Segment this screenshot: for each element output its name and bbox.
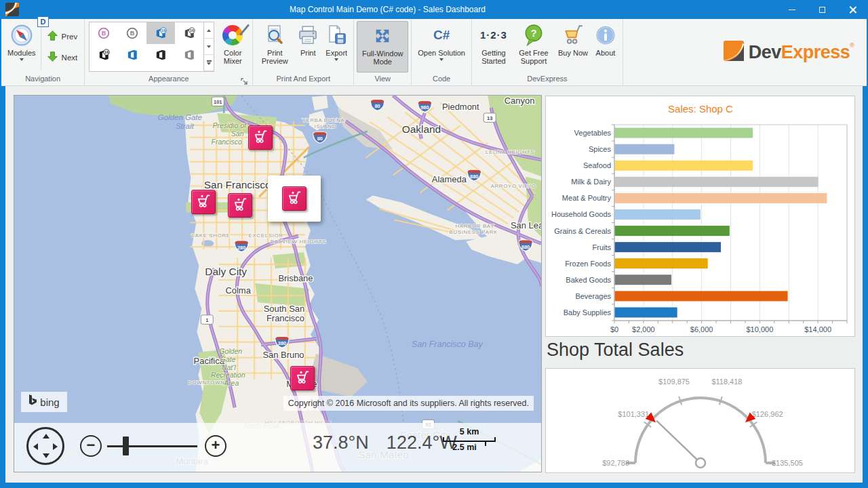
map-label: Nat'l — [222, 364, 236, 371]
map-label: BAYVIEW HEIGHTS — [271, 239, 326, 245]
cart-icon — [287, 190, 302, 208]
modules-button[interactable]: Modules — [4, 21, 39, 73]
map-land — [312, 96, 328, 110]
zoom-slider-track[interactable] — [107, 445, 197, 447]
gauge-tick-label: $101,331 — [618, 410, 649, 418]
svg-text:880: 880 — [470, 174, 478, 180]
map-panel[interactable]: Golden GateStraitPresidio ofSanFrancisco… — [14, 95, 542, 472]
ribbon-group-devexpress: 1·2·3 Getting Started ? Get Free Support — [472, 19, 623, 86]
cart-icon — [295, 369, 311, 388]
theme-item-1[interactable]: B — [118, 22, 146, 44]
ribbon-group-view: Full-Window Mode View — [354, 19, 412, 86]
one-two-three-icon: 1·2·3 — [480, 23, 507, 47]
group-label-view: View — [357, 73, 408, 86]
theme-item-6[interactable] — [146, 44, 175, 66]
minimize-button[interactable] — [776, 0, 807, 19]
export-icon — [326, 23, 347, 47]
open-solution-label: Open Solution — [418, 49, 465, 57]
color-wheel-icon — [222, 23, 243, 47]
shop-marker-2[interactable] — [191, 190, 216, 214]
svg-text:80: 80 — [317, 136, 323, 142]
map-label: San Francisco Bay — [412, 340, 483, 349]
pan-right-icon[interactable] — [53, 443, 58, 450]
prev-button[interactable]: Prev — [43, 28, 82, 44]
modules-label: Modules — [7, 49, 36, 57]
theme-item-2[interactable]: 16 — [146, 22, 175, 44]
next-button[interactable]: Next — [43, 49, 82, 65]
map-canvas[interactable]: Golden GateStraitPresidio ofSanFrancisco… — [14, 96, 541, 472]
theme-item-3[interactable]: 16 — [175, 22, 203, 44]
export-button[interactable]: Export — [322, 21, 351, 73]
map-label: Presidio of — [212, 122, 247, 129]
zoom-slider-thumb[interactable] — [123, 436, 129, 455]
open-solution-button[interactable]: C# Open Solution — [414, 21, 469, 73]
pan-up-icon[interactable] — [43, 434, 50, 439]
pan-left-icon[interactable] — [33, 443, 38, 450]
zoom-out-button[interactable]: − — [80, 435, 102, 457]
content-area: Golden GateStraitPresidio ofSanFrancisco… — [5, 86, 863, 483]
svg-text:13: 13 — [487, 115, 492, 121]
gauge-tick-label: $109,875 — [658, 378, 690, 386]
category-label: Household Goods — [551, 210, 612, 218]
shop-marker-3[interactable] — [228, 193, 252, 218]
buy-now-button[interactable]: Buy Now — [555, 21, 591, 73]
svg-text:?: ? — [530, 28, 536, 39]
theme-item-0[interactable]: B — [90, 22, 118, 44]
bar-Vegetables — [615, 128, 753, 138]
svg-text:16: 16 — [104, 50, 108, 54]
shop-marker-4-selected[interactable] — [282, 186, 307, 211]
x-axis-label: $10,000 — [746, 325, 773, 333]
map-label: Francisco — [212, 138, 243, 146]
maximize-button[interactable] — [807, 0, 837, 19]
gallery-scroll-up-icon[interactable] — [204, 22, 214, 39]
svg-text:B: B — [130, 30, 135, 37]
bar-Spices — [615, 144, 675, 155]
appearance-dialog-launcher[interactable] — [241, 77, 248, 84]
map-coordinates: 37.8°N 122.4°W — [313, 432, 457, 453]
theme-gallery: BB161616 — [89, 22, 214, 72]
gauge-tick-label: $118,418 — [711, 378, 742, 386]
chart-title: Sales: Shop C — [668, 103, 733, 115]
shop-marker-5[interactable] — [290, 366, 315, 390]
full-window-mode-button[interactable]: Full-Window Mode — [357, 21, 408, 73]
close-icon — [849, 6, 856, 14]
svg-text:980: 980 — [420, 104, 429, 110]
gallery-scroll-down-icon[interactable] — [204, 39, 214, 55]
color-mixer-button[interactable]: Color Mixer — [216, 21, 250, 73]
route-shield: 13 — [484, 113, 496, 122]
divider — [41, 24, 41, 70]
map-pan-control[interactable] — [26, 427, 64, 465]
print-preview-button[interactable]: Print Preview — [256, 21, 294, 73]
print-button[interactable]: Print — [294, 21, 322, 73]
get-free-support-button[interactable]: ? Get Free Support — [513, 21, 555, 73]
print-preview-label: Print Preview — [259, 49, 290, 65]
zoom-in-button[interactable]: + — [205, 435, 226, 457]
print-preview-icon — [264, 23, 285, 47]
x-axis-label: $6,000 — [690, 325, 713, 333]
shop-marker-1[interactable] — [248, 125, 273, 150]
map-label: Alameda — [432, 174, 467, 184]
about-button[interactable]: About — [591, 21, 620, 73]
category-label: Baby Supplies — [564, 308, 612, 317]
gallery-expand-icon[interactable] — [204, 55, 214, 71]
bing-logo[interactable]: bing — [21, 392, 67, 412]
close-button[interactable] — [837, 0, 868, 19]
map-label: EXCELSIOR — [249, 232, 283, 239]
chevron-down-icon — [439, 58, 443, 61]
map-label: San Lea — [511, 220, 541, 230]
getting-started-button[interactable]: 1·2·3 Getting Started — [475, 21, 513, 73]
theme-item-4[interactable]: 16 — [90, 44, 118, 66]
route-shield: 101 — [212, 97, 224, 106]
theme-item-5[interactable] — [118, 44, 146, 66]
bar-Milk & Dairy — [615, 177, 818, 187]
category-label: Frozen Foods — [565, 260, 611, 268]
buy-now-label: Buy Now — [558, 49, 588, 57]
theme-item-7[interactable] — [175, 44, 203, 66]
bar-Seafood — [615, 161, 753, 171]
cart-icon — [233, 197, 248, 215]
ribbon-group-navigation: Modules Prev Next — [1, 19, 85, 86]
map-label: DOWNTOWN — [188, 380, 224, 386]
pan-down-icon[interactable] — [43, 453, 50, 458]
map-label: HARBOR BAY — [455, 223, 494, 229]
gauge-tick-label: $135,505 — [772, 459, 803, 467]
